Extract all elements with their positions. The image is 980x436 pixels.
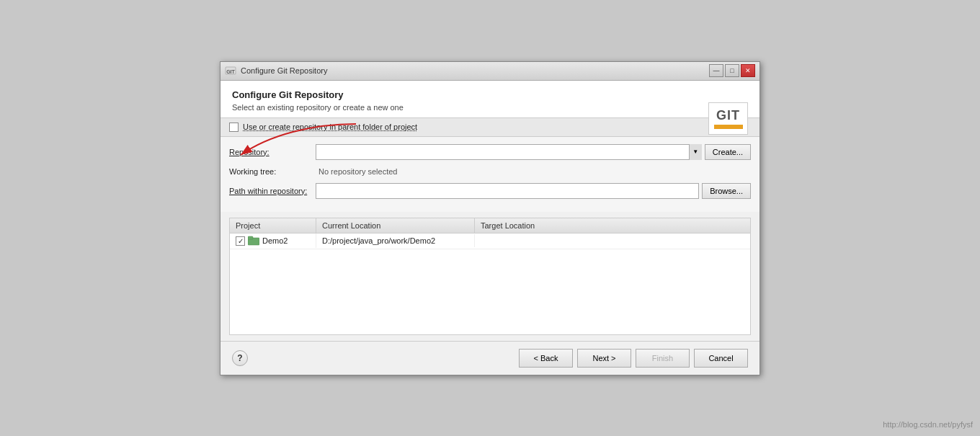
path-label: Path within repository: <box>229 187 316 195</box>
table-row: Demo2 D:/project/java_pro/work/Demo2 <box>230 233 750 249</box>
create-button[interactable]: Create... <box>705 144 751 160</box>
table-body: Demo2 D:/project/java_pro/work/Demo2 <box>230 233 750 334</box>
path-row: Path within repository: Browse... <box>229 183 751 199</box>
close-button[interactable]: ✕ <box>741 64 755 77</box>
working-tree-label: Working tree: <box>229 167 316 176</box>
repository-label: Repository: <box>229 148 316 156</box>
svg-text:GIT: GIT <box>226 69 235 74</box>
project-name: Demo2 <box>262 236 288 245</box>
table-cell-target <box>475 239 750 243</box>
finish-button[interactable]: Finish <box>636 349 690 368</box>
path-input[interactable] <box>316 183 699 199</box>
dialog-header-subtitle: Select an existing repository or create … <box>232 103 748 112</box>
table-cell-project: Demo2 <box>230 233 316 248</box>
parent-folder-checkbox[interactable] <box>229 123 239 132</box>
git-title-icon: GIT <box>225 65 236 76</box>
repository-select-wrapper: ▼ <box>316 144 702 160</box>
dialog-content: GIT Configure Git Repository Select an e… <box>220 81 760 117</box>
checkbox-label[interactable]: Use or create repository in parent folde… <box>243 123 417 131</box>
row-checkbox[interactable] <box>236 236 245 246</box>
title-bar-left: GIT Configure Git Repository <box>225 65 327 76</box>
back-button[interactable]: < Back <box>519 349 573 368</box>
projects-table: Project Current Location Target Location… <box>229 218 751 335</box>
col-header-target: Target Location <box>475 218 750 233</box>
table-cell-current: D:/project/java_pro/work/Demo2 <box>316 234 475 247</box>
git-logo-text: GIT <box>716 108 740 123</box>
footer-left: ? <box>232 350 248 366</box>
working-tree-value: No repository selected <box>316 166 751 177</box>
path-input-group: Browse... <box>316 183 751 199</box>
maximize-button[interactable]: □ <box>725 64 739 77</box>
folder-icon <box>248 236 259 246</box>
minimize-button[interactable]: — <box>709 64 723 77</box>
repository-row: Repository: ▼ Create... <box>229 144 751 160</box>
watermark: http://blog.csdn.net/pyfysf <box>883 420 973 429</box>
working-tree-row: Working tree: No repository selected <box>229 166 751 177</box>
checkbox-section: Use or create repository in parent folde… <box>220 117 760 137</box>
repository-select[interactable] <box>316 144 702 160</box>
git-logo-bar <box>714 125 743 129</box>
dialog-window: GIT Configure Git Repository — □ ✕ GIT C… <box>220 61 760 375</box>
title-bar-controls: — □ ✕ <box>709 64 755 77</box>
svg-rect-4 <box>248 236 253 239</box>
repository-input-group: ▼ Create... <box>316 144 751 160</box>
next-button[interactable]: Next > <box>577 349 631 368</box>
title-bar-text: Configure Git Repository <box>241 66 327 75</box>
title-bar: GIT Configure Git Repository — □ ✕ <box>220 62 760 81</box>
footer-right: < Back Next > Finish Cancel <box>519 349 748 368</box>
col-header-project: Project <box>230 218 316 233</box>
footer-section: ? < Back Next > Finish Cancel <box>220 341 760 375</box>
help-button[interactable]: ? <box>232 350 248 366</box>
browse-button[interactable]: Browse... <box>702 183 751 199</box>
col-header-current: Current Location <box>316 218 475 233</box>
git-logo: GIT <box>708 102 748 135</box>
dialog-header-title: Configure Git Repository <box>232 89 748 100</box>
cancel-button[interactable]: Cancel <box>694 349 748 368</box>
form-area: Repository: ▼ Create... Working tree: No… <box>220 137 760 212</box>
table-header: Project Current Location Target Location <box>230 218 750 233</box>
